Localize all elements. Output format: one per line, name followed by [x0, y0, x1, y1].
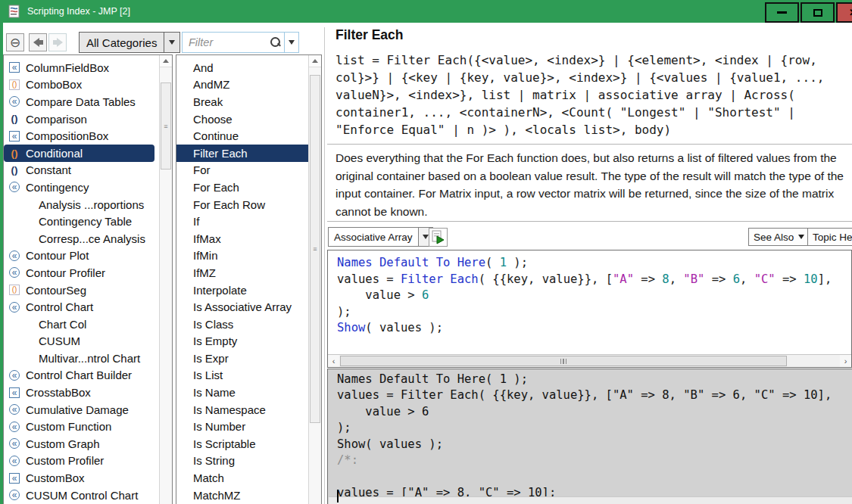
- category-item[interactable]: «Control Chart: [4, 298, 159, 316]
- filter-search-input[interactable]: Filter: [182, 32, 299, 53]
- category-label: Constant: [26, 163, 71, 176]
- log-line: value > 6: [337, 404, 832, 420]
- syntax-line: col}>} | {<key | {key, value}>, <index>}…: [335, 69, 824, 86]
- scrollbar-thumb[interactable]: [340, 356, 787, 366]
- function-item[interactable]: Break: [176, 93, 308, 110]
- scrollbar-track[interactable]: [339, 355, 840, 367]
- category-item[interactable]: «CompositionBox: [4, 127, 159, 145]
- minimize-button[interactable]: [765, 2, 799, 23]
- circle-chev-icon: «: [9, 456, 20, 466]
- function-item[interactable]: For Each: [176, 179, 308, 196]
- function-item[interactable]: Continue: [176, 127, 308, 145]
- close-button[interactable]: ✕: [836, 2, 852, 23]
- example-type-dropdown[interactable]: Associative Array: [328, 227, 433, 247]
- categories-scrollbar[interactable]: ≡: [159, 55, 172, 504]
- function-item[interactable]: IfMax: [176, 230, 308, 247]
- function-item[interactable]: AndMZ: [176, 76, 308, 94]
- scroll-up-button[interactable]: [160, 55, 172, 67]
- function-item[interactable]: Interpolate: [176, 282, 308, 299]
- function-item[interactable]: Filter Each: [176, 145, 308, 162]
- run-script-button[interactable]: [429, 228, 448, 247]
- code-line: values = Filter Each( {{key, value}}, ["…: [337, 272, 832, 288]
- filter-options-arrow[interactable]: [284, 33, 298, 52]
- category-label: Conditional: [26, 147, 83, 160]
- scroll-right-button[interactable]: ›: [840, 355, 851, 367]
- category-item[interactable]: Chart Col: [4, 316, 159, 333]
- category-item[interactable]: «Custom Profiler: [4, 453, 159, 470]
- filter-placeholder: Filter: [183, 36, 269, 48]
- collapse-all-button[interactable]: ⊖: [6, 33, 24, 51]
- function-item[interactable]: Match: [176, 469, 308, 487]
- circle-chev-icon: «: [9, 404, 20, 415]
- function-item[interactable]: MatchMZ: [176, 487, 308, 504]
- category-item[interactable]: ()ContourSeg: [4, 282, 159, 299]
- functions-scrollbar[interactable]: ≡: [308, 55, 321, 504]
- scripting-index-window: Scripting Index - JMP [2] ✕ ⊖ All Catego…: [0, 0, 852, 504]
- function-item[interactable]: IfMZ: [176, 264, 308, 282]
- category-dropdown-arrow[interactable]: [164, 33, 179, 52]
- category-item[interactable]: ()Comparison: [4, 110, 159, 128]
- category-item[interactable]: Multivar...ntrol Chart: [4, 350, 159, 367]
- function-item[interactable]: IfMin: [176, 247, 308, 265]
- category-item[interactable]: Corresp...ce Analysis: [4, 230, 159, 247]
- category-item[interactable]: «Custom Function: [4, 418, 159, 435]
- function-item[interactable]: Choose: [176, 110, 308, 128]
- see-also-dropdown[interactable]: See Also: [748, 228, 810, 246]
- chevron-up-icon: [312, 59, 318, 63]
- scrollbar-thumb[interactable]: ≡: [161, 82, 171, 170]
- horizontal-scrollbar[interactable]: ‹ ›: [328, 354, 851, 367]
- close-icon: ✕: [849, 8, 852, 17]
- category-item[interactable]: «ColumnFieldBox: [4, 59, 159, 76]
- topic-help-button[interactable]: Topic Help: [807, 228, 852, 246]
- category-item[interactable]: «Contingency: [4, 179, 159, 196]
- scrollbar-thumb[interactable]: ≡: [310, 75, 320, 423]
- category-item[interactable]: «Control Chart Builder: [4, 367, 159, 384]
- category-label: Chart Col: [39, 318, 86, 331]
- function-item[interactable]: Is Name: [176, 384, 308, 401]
- text-caret: [337, 490, 339, 502]
- log-pane[interactable]: Names Default To Here( 1 );values = Filt…: [327, 369, 852, 504]
- forward-button[interactable]: [48, 33, 67, 51]
- function-item[interactable]: And: [176, 59, 308, 76]
- function-item[interactable]: Is Empty: [176, 333, 308, 350]
- category-item[interactable]: Analysis ...roportions: [4, 196, 159, 213]
- example-script-pane[interactable]: Names Default To Here( 1 );values = Filt…: [327, 250, 852, 368]
- category-item[interactable]: «Contour Profiler: [4, 264, 159, 282]
- category-item[interactable]: «Custom Graph: [4, 435, 159, 453]
- scroll-left-button[interactable]: ‹: [328, 355, 339, 367]
- category-item[interactable]: Contingency Table: [4, 213, 159, 230]
- category-item[interactable]: CUSUM: [4, 333, 159, 350]
- scroll-up-button[interactable]: [309, 55, 321, 67]
- function-item[interactable]: Is List: [176, 367, 308, 384]
- function-item[interactable]: Is Associative Array: [176, 298, 308, 316]
- category-item[interactable]: «CustomBox: [4, 469, 159, 487]
- function-item[interactable]: Is Number: [176, 418, 308, 435]
- category-item[interactable]: ()Conditional: [4, 145, 154, 162]
- category-item[interactable]: ()ComboBox: [4, 76, 159, 94]
- category-item[interactable]: «Contour Plot: [4, 247, 159, 265]
- back-button[interactable]: [29, 33, 47, 51]
- category-item[interactable]: «Compare Data Tables: [4, 93, 159, 110]
- category-item[interactable]: «Cumulative Damage: [4, 401, 159, 418]
- category-item[interactable]: «CUSUM Control Chart: [4, 487, 159, 504]
- syntax-line: valueN}>, <index>}, list | matrix | asso…: [335, 86, 824, 104]
- function-item[interactable]: Is Scriptable: [176, 435, 308, 453]
- function-item[interactable]: Is Expr: [176, 350, 308, 367]
- function-item[interactable]: If: [176, 213, 308, 230]
- function-item[interactable]: For: [176, 162, 308, 179]
- function-item[interactable]: Is Class: [176, 316, 308, 333]
- function-item[interactable]: Is String: [176, 453, 308, 470]
- circle-chev-icon: «: [9, 96, 20, 107]
- category-dropdown[interactable]: All Categories: [79, 32, 180, 53]
- category-label: Control Chart: [26, 300, 93, 313]
- category-label: Cumulative Damage: [26, 403, 129, 416]
- syntax-line: "Enforce Equal" | n )> ), <locals list>,…: [335, 121, 824, 138]
- function-item[interactable]: Is Namespace: [176, 401, 308, 418]
- maximize-button[interactable]: [801, 2, 835, 23]
- category-label: Contour Plot: [26, 249, 89, 262]
- category-item[interactable]: ()Constant: [4, 162, 159, 179]
- function-item[interactable]: For Each Row: [176, 196, 308, 213]
- category-item[interactable]: «CrosstabBox: [4, 384, 159, 401]
- example-type-label: Associative Array: [329, 228, 418, 246]
- chevron-down-icon: [798, 235, 804, 239]
